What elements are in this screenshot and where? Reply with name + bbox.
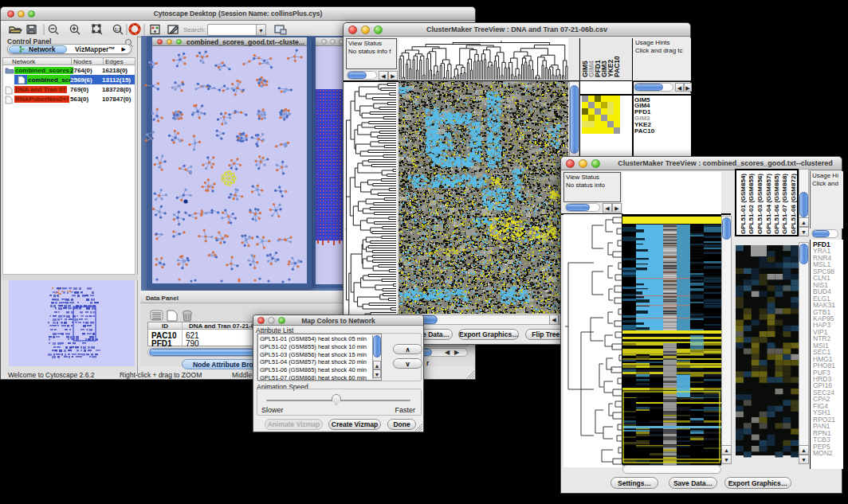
svg-text:1:1: 1:1 [115, 27, 122, 32]
